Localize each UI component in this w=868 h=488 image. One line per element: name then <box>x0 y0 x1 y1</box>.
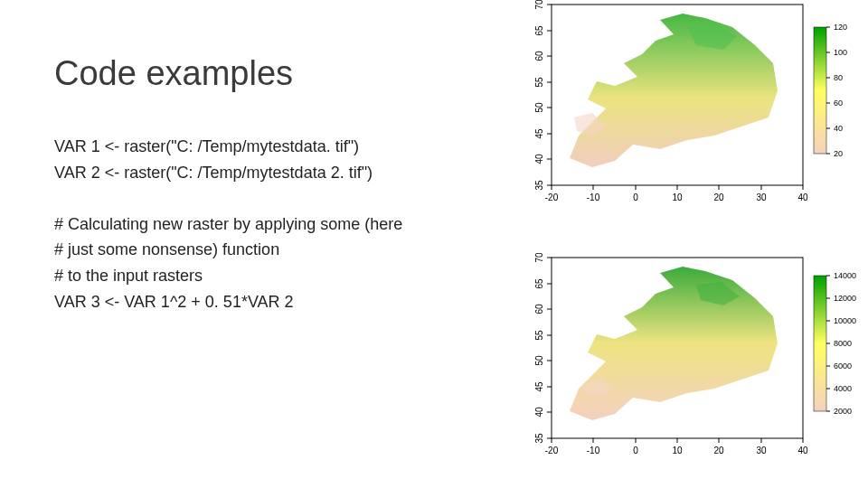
code-line: VAR 3 <- VAR 1^2 + 0. 51*VAR 2 <box>54 289 497 315</box>
y-tick: 35 <box>534 433 544 444</box>
y-tick: 40 <box>534 154 544 164</box>
code-line: # Calculating new raster by applying som… <box>54 211 497 238</box>
legend-tick: 120 <box>834 23 847 32</box>
code-line: VAR 1 <- raster("C: /Temp/mytestdata. ti… <box>54 134 497 160</box>
x-tick: 20 <box>713 446 724 455</box>
legend-tick: 20 <box>834 149 843 158</box>
y-tick: 45 <box>534 128 544 139</box>
y-tick: 70 <box>534 253 544 263</box>
y-tick: 70 <box>534 0 544 10</box>
x-tick: 30 <box>756 192 767 202</box>
x-tick: -20 <box>545 446 559 455</box>
y-tick: 60 <box>534 51 544 61</box>
x-tick: 40 <box>797 192 808 202</box>
colorbar <box>814 27 826 154</box>
legend-tick: 14000 <box>834 271 856 280</box>
code-line: VAR 2 <- raster("C: /Temp/mytestdata 2. … <box>54 160 497 186</box>
x-tick: 0 <box>633 192 638 202</box>
y-tick: 65 <box>534 278 544 289</box>
x-tick: 10 <box>672 446 683 455</box>
x-tick: 20 <box>713 192 724 202</box>
slide-title: Code examples <box>54 54 497 93</box>
y-tick: 60 <box>534 304 544 314</box>
europe-raster <box>570 267 778 420</box>
x-tick: 40 <box>797 446 808 455</box>
y-tick: 50 <box>534 102 544 113</box>
colorbar <box>814 276 826 411</box>
legend-tick: 10000 <box>834 316 856 325</box>
x-tick: -10 <box>587 446 600 455</box>
legend-tick: 8000 <box>834 339 852 348</box>
code-line: # just some nonsense) function <box>54 237 497 263</box>
slide: Code examples VAR 1 <- raster("C: /Temp/… <box>0 0 868 488</box>
y-tick: 50 <box>534 355 544 366</box>
legend-tick: 12000 <box>834 294 856 303</box>
raster-plot-bottom: 35 40 45 50 55 60 65 70 -20 -10 0 10 20 <box>506 253 868 470</box>
y-tick: 35 <box>534 180 544 191</box>
y-tick: 55 <box>534 77 544 88</box>
legend-tick: 2000 <box>834 407 852 416</box>
legend-tick: 80 <box>834 73 843 82</box>
code-block: VAR 1 <- raster("C: /Temp/mytestdata. ti… <box>54 134 497 315</box>
x-tick: -10 <box>587 192 600 202</box>
content-column: Code examples VAR 1 <- raster("C: /Temp/… <box>0 0 506 488</box>
legend-tick: 100 <box>834 48 847 57</box>
y-tick: 45 <box>534 381 544 392</box>
y-tick: 65 <box>534 25 544 36</box>
x-tick: -20 <box>545 192 559 202</box>
plots-column: 35 40 45 50 55 60 65 70 -20 -10 0 10 <box>506 0 868 488</box>
y-tick: 40 <box>534 407 544 418</box>
x-tick: 10 <box>672 192 683 202</box>
y-tick: 55 <box>534 330 544 341</box>
legend-tick: 6000 <box>834 361 852 371</box>
legend-tick: 60 <box>834 99 843 108</box>
legend-tick: 40 <box>834 124 843 133</box>
x-tick: 0 <box>633 446 638 455</box>
code-line: # to the input rasters <box>54 263 497 289</box>
x-tick: 30 <box>756 446 767 455</box>
spacer <box>54 186 497 211</box>
raster-plot-top: 35 40 45 50 55 60 65 70 -20 -10 0 10 <box>506 0 868 217</box>
legend-tick: 4000 <box>834 384 852 393</box>
europe-raster <box>570 14 778 167</box>
